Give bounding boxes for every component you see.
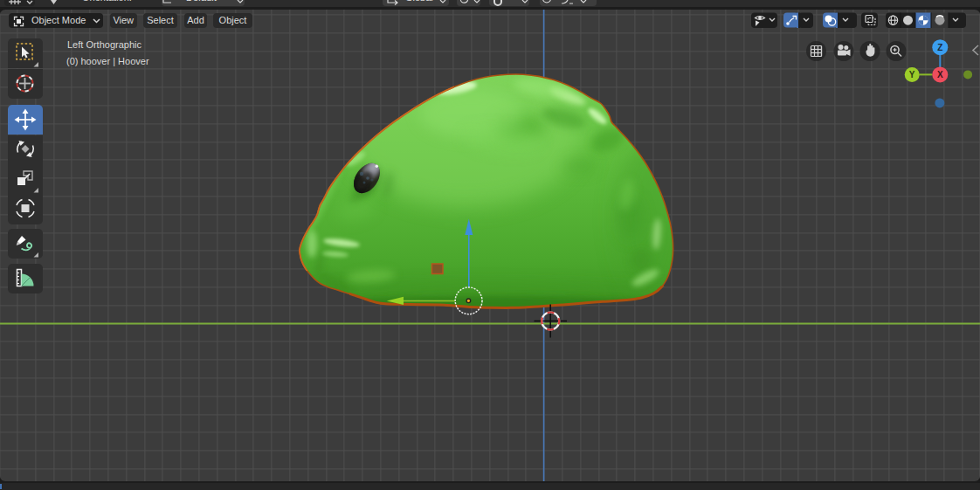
svg-text:X: X bbox=[937, 70, 943, 79]
svg-text:Y: Y bbox=[909, 70, 915, 79]
svg-text:Z: Z bbox=[937, 43, 942, 52]
